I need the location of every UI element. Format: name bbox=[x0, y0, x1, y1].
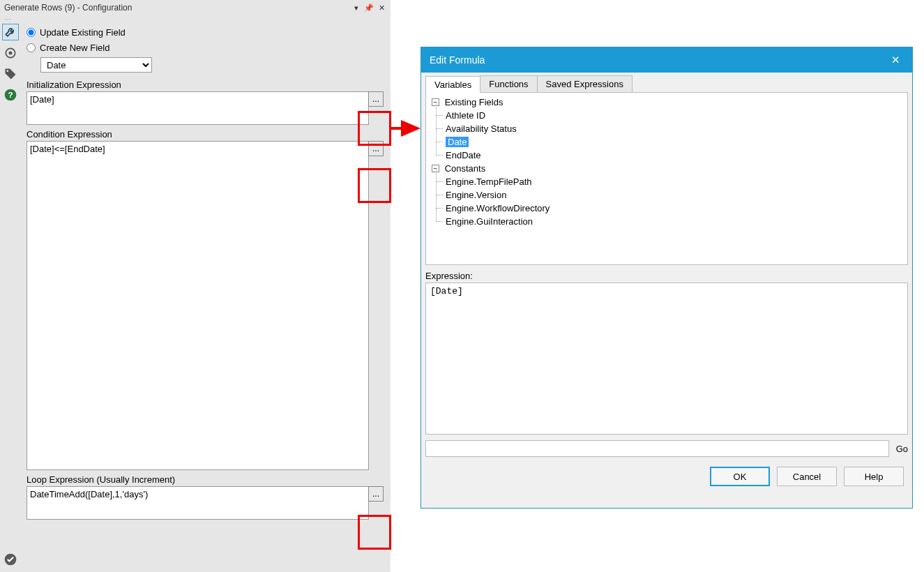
tree-constant-version[interactable]: Engine.Version bbox=[446, 190, 506, 200]
pin-icon[interactable]: 📌 bbox=[363, 1, 375, 14]
dialog-close-icon[interactable]: ✕ bbox=[887, 54, 904, 66]
loop-expression-label: Loop Expression (Usually Increment) bbox=[26, 474, 384, 485]
tree-field-availability-status[interactable]: Availability Status bbox=[446, 123, 517, 134]
ok-status-icon bbox=[2, 551, 19, 568]
radio-create-label: Create New Field bbox=[40, 43, 109, 53]
tree-field-date[interactable]: Date bbox=[446, 137, 469, 147]
tree-field-athlete-id[interactable]: Athlete ID bbox=[446, 110, 485, 121]
go-input[interactable] bbox=[425, 440, 889, 457]
config-title-bar: Generate Rows (9) - Configuration ▾ 📌 ✕ bbox=[0, 0, 391, 15]
svg-point-2 bbox=[7, 70, 9, 73]
target-icon[interactable] bbox=[2, 45, 19, 61]
close-icon[interactable]: ✕ bbox=[375, 1, 388, 14]
init-expression-label: Initialization Expression bbox=[26, 80, 384, 90]
config-panel: Generate Rows (9) - Configuration ▾ 📌 ✕ … bbox=[0, 0, 391, 572]
radio-update-existing[interactable] bbox=[26, 28, 36, 37]
field-select[interactable]: Date bbox=[40, 57, 152, 73]
tree-existing-fields[interactable]: Existing Fields bbox=[445, 97, 503, 107]
tree-field-enddate[interactable]: EndDate bbox=[446, 150, 481, 160]
variables-tree[interactable]: − Existing Fields Athlete ID Availabilit… bbox=[425, 92, 908, 265]
tree-constants[interactable]: Constants bbox=[445, 163, 486, 174]
help-button[interactable]: Help bbox=[844, 467, 904, 486]
tree-constant-tempfilepath[interactable]: Engine.TempFilePath bbox=[446, 176, 532, 187]
svg-point-1 bbox=[9, 52, 13, 55]
svg-text:?: ? bbox=[8, 90, 13, 99]
dialog-title-text: Edit Formula bbox=[430, 54, 887, 66]
loop-expression-builder-button[interactable]: ... bbox=[368, 486, 384, 502]
edit-formula-dialog: Edit Formula ✕ Variables Functions Saved… bbox=[421, 47, 913, 509]
dialog-title-bar: Edit Formula ✕ bbox=[421, 47, 912, 73]
tag-icon[interactable] bbox=[2, 66, 19, 82]
radio-create-new[interactable] bbox=[26, 43, 36, 52]
highlight-loop-ellipsis bbox=[358, 515, 391, 550]
expression-textarea[interactable]: [Date] bbox=[425, 283, 908, 435]
cancel-button[interactable]: Cancel bbox=[777, 467, 837, 486]
dropdown-icon[interactable]: ▾ bbox=[350, 1, 363, 14]
dialog-tabs: Variables Functions Saved Expressions bbox=[421, 73, 912, 92]
expression-label: Expression: bbox=[425, 271, 908, 281]
cond-expression-input[interactable]: [Date]<=[EndDate] bbox=[26, 141, 369, 470]
grip-icon: ⋯ bbox=[0, 15, 391, 22]
tab-saved-expressions[interactable]: Saved Expressions bbox=[537, 75, 633, 92]
radio-update-label: Update Existing Field bbox=[40, 27, 126, 38]
tree-constant-guiinteraction[interactable]: Engine.GuiInteraction bbox=[446, 216, 533, 227]
cond-expression-label: Condition Expression bbox=[26, 129, 384, 140]
highlight-cond-ellipsis bbox=[358, 168, 391, 203]
init-expression-input[interactable]: [Date] bbox=[26, 91, 369, 125]
toolstrip: ? bbox=[0, 22, 21, 572]
tree-constant-workflowdirectory[interactable]: Engine.WorkflowDirectory bbox=[446, 203, 550, 213]
wrench-icon[interactable] bbox=[2, 24, 19, 40]
loop-expression-input[interactable]: DateTimeAdd([Date],1,'days') bbox=[26, 486, 369, 520]
help-icon[interactable]: ? bbox=[2, 86, 19, 103]
highlight-init-ellipsis bbox=[358, 111, 391, 146]
tab-functions[interactable]: Functions bbox=[480, 75, 537, 92]
tab-variables[interactable]: Variables bbox=[425, 76, 480, 93]
init-expression-builder-button[interactable]: ... bbox=[368, 91, 384, 107]
ok-button[interactable]: OK bbox=[710, 467, 770, 486]
config-title-text: Generate Rows (9) - Configuration bbox=[4, 3, 350, 13]
go-button[interactable]: Go bbox=[896, 444, 908, 454]
